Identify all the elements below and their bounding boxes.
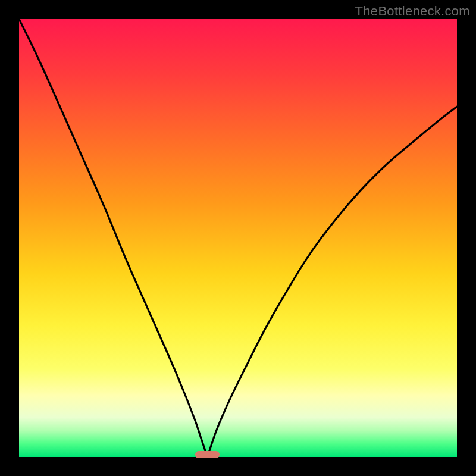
bottleneck-curves <box>19 19 457 457</box>
chart-frame: TheBottleneck.com <box>0 0 476 476</box>
minimum-marker <box>195 451 219 458</box>
left-curve <box>19 19 208 457</box>
watermark-text: TheBottleneck.com <box>355 4 470 19</box>
right-curve <box>208 107 458 457</box>
plot-area <box>19 19 457 457</box>
